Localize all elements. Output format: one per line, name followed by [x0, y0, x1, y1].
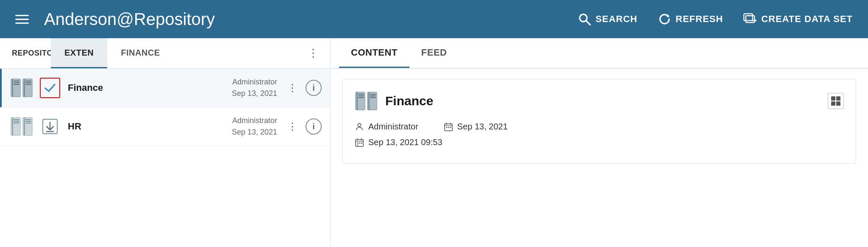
svg-rect-42 — [836, 101, 840, 106]
app-header: Anderson@Repository SEARCH REFRESH CREAT — [0, 0, 868, 38]
list-item-finance[interactable]: Finance Administrator Sep 13, 2021 ⋮ i — [0, 69, 330, 107]
svg-rect-18 — [14, 119, 19, 120]
menu-icon[interactable] — [15, 15, 29, 24]
svg-rect-20 — [14, 123, 19, 124]
tab-finance[interactable]: FINANCE — [107, 38, 173, 68]
svg-rect-36 — [370, 94, 376, 95]
detail-header: Finance — [355, 90, 844, 112]
svg-rect-9 — [14, 82, 19, 83]
repo-label: REPOSITORY1 — [4, 38, 51, 68]
item-dots-finance[interactable]: ⋮ — [287, 82, 298, 94]
main-area: REPOSITORY1 EXTEN FINANCE ⋮ — [0, 38, 868, 247]
svg-rect-50 — [450, 127, 451, 128]
right-panel: CONTENT FEED Finance — [331, 38, 868, 247]
item-meta-finance: Administrator Sep 13, 2021 — [232, 76, 277, 99]
svg-rect-57 — [361, 143, 362, 144]
tab-more-icon[interactable]: ⋮ — [301, 38, 326, 68]
import-icon-hr — [40, 116, 60, 137]
search-button[interactable]: SEARCH — [578, 12, 637, 26]
right-tab-bar: CONTENT FEED — [331, 38, 868, 69]
svg-rect-33 — [358, 97, 364, 98]
item-info-hr[interactable]: i — [306, 118, 322, 135]
detail-folder-icon — [355, 90, 378, 112]
left-panel: REPOSITORY1 EXTEN FINANCE ⋮ — [0, 38, 331, 247]
tab-feed[interactable]: FEED — [409, 38, 459, 68]
modified-icon — [355, 138, 364, 147]
refresh-icon — [658, 12, 671, 26]
svg-rect-30 — [356, 92, 358, 110]
svg-rect-23 — [25, 119, 31, 120]
person-icon — [355, 122, 364, 132]
list-item-hr[interactable]: HR Administrator Sep 13, 2021 ⋮ i — [0, 107, 330, 146]
svg-rect-37 — [370, 95, 376, 96]
svg-rect-38 — [370, 97, 376, 98]
detail-title: Finance — [385, 94, 828, 108]
svg-rect-31 — [358, 94, 364, 95]
check-icon-finance — [40, 78, 60, 98]
svg-rect-39 — [831, 96, 835, 101]
svg-point-0 — [580, 14, 587, 22]
svg-rect-41 — [831, 101, 835, 106]
svg-rect-15 — [25, 84, 31, 85]
svg-rect-10 — [14, 84, 19, 85]
svg-rect-22 — [24, 118, 25, 135]
svg-point-43 — [358, 123, 361, 126]
svg-rect-8 — [14, 81, 19, 81]
detail-created-date: Sep 13, 2021 — [444, 122, 508, 132]
detail-meta-row-2: Sep 13, 2021 09:53 — [355, 138, 844, 147]
svg-line-1 — [587, 21, 590, 25]
list-area: Finance Administrator Sep 13, 2021 ⋮ i — [0, 69, 330, 247]
create-dataset-button[interactable]: CREATE DATA SET — [743, 12, 853, 26]
tab-content[interactable]: CONTENT — [339, 38, 409, 68]
svg-rect-14 — [25, 82, 31, 83]
svg-rect-7 — [12, 79, 13, 97]
left-tab-bar: REPOSITORY1 EXTEN FINANCE ⋮ — [0, 38, 330, 69]
svg-rect-13 — [25, 81, 31, 81]
detail-modified-datetime: Sep 13, 2021 09:53 — [355, 138, 442, 147]
item-meta-hr: Administrator Sep 13, 2021 — [232, 115, 277, 138]
svg-rect-12 — [24, 79, 25, 97]
import-svg — [42, 118, 58, 135]
app-title: Anderson@Repository — [44, 10, 578, 29]
svg-rect-56 — [359, 143, 360, 144]
search-icon — [578, 12, 591, 26]
header-actions: SEARCH REFRESH CREATE DATA SET — [578, 12, 853, 26]
detail-meta-row-1: Administrator Sep 13, 2021 — [355, 122, 844, 132]
detail-grid-button[interactable] — [828, 93, 844, 109]
grid-icon — [830, 95, 841, 107]
svg-rect-49 — [448, 127, 449, 128]
item-dots-hr[interactable]: ⋮ — [287, 121, 298, 132]
svg-rect-3 — [746, 16, 755, 22]
svg-rect-2 — [744, 14, 753, 20]
svg-rect-58 — [357, 144, 359, 146]
svg-rect-25 — [25, 123, 31, 124]
svg-rect-55 — [357, 143, 359, 144]
tab-exten[interactable]: EXTEN — [51, 38, 107, 68]
svg-rect-24 — [25, 121, 31, 122]
svg-rect-17 — [12, 118, 13, 135]
svg-rect-32 — [358, 95, 364, 96]
svg-rect-40 — [836, 96, 840, 101]
folder-icon-finance-left — [10, 76, 33, 99]
item-info-finance[interactable]: i — [306, 80, 322, 96]
svg-rect-35 — [368, 92, 370, 110]
svg-rect-48 — [446, 127, 447, 128]
create-dataset-icon — [743, 12, 757, 26]
svg-rect-19 — [14, 121, 19, 122]
item-name-finance: Finance — [68, 82, 232, 93]
refresh-button[interactable]: REFRESH — [658, 12, 723, 26]
detail-card: Finance Administrator — [342, 79, 856, 164]
check-svg — [43, 81, 57, 95]
item-name-hr: HR — [68, 121, 232, 132]
folder-icon-hr-left — [10, 115, 33, 138]
calendar-icon — [444, 122, 453, 132]
detail-owner: Administrator — [355, 122, 418, 132]
